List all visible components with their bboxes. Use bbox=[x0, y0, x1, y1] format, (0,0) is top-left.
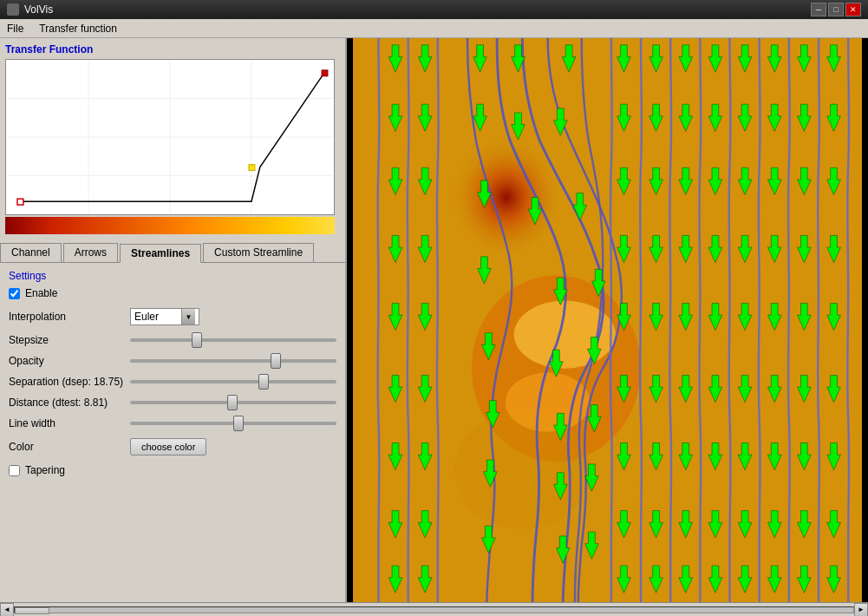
tab-streamlines[interactable]: Streamlines bbox=[120, 244, 201, 263]
interpolation-select[interactable]: Euler ▼ bbox=[130, 308, 199, 325]
settings-panel: Settings Enable Interpolation Euler ▼ bbox=[0, 263, 345, 602]
linewidth-control bbox=[130, 422, 336, 425]
titlebar-left: VolVis bbox=[7, 3, 53, 16]
scroll-thumb[interactable] bbox=[15, 607, 49, 614]
tapering-label: Tapering bbox=[25, 464, 65, 476]
interpolation-dropdown-arrow[interactable]: ▼ bbox=[181, 309, 195, 324]
menu-transfer-function[interactable]: Transfer function bbox=[36, 21, 121, 36]
tf-canvas-container[interactable] bbox=[5, 59, 335, 215]
opacity-control bbox=[130, 359, 336, 363]
svg-rect-8 bbox=[249, 165, 255, 171]
tf-section: Transfer Function bbox=[0, 38, 345, 239]
svg-rect-9 bbox=[322, 70, 328, 76]
tf-graph[interactable] bbox=[6, 60, 334, 214]
settings-title: Settings bbox=[9, 270, 336, 282]
tf-title: Transfer Function bbox=[5, 43, 340, 56]
separation-row: Separation (dsep: 18.75) bbox=[9, 376, 336, 388]
stepsize-control bbox=[130, 338, 336, 342]
titlebar-title: VolVis bbox=[24, 3, 53, 16]
svg-point-16 bbox=[506, 373, 591, 432]
opacity-label: Opacity bbox=[9, 355, 130, 367]
app-container: File Transfer function Transfer Function bbox=[0, 19, 868, 616]
maximize-button[interactable]: □ bbox=[828, 3, 844, 16]
distance-thumb[interactable] bbox=[227, 395, 238, 410]
interpolation-label: Interpolation bbox=[9, 311, 130, 323]
enable-label: Enable bbox=[25, 287, 57, 299]
interpolation-value: Euler bbox=[134, 311, 181, 323]
distance-control bbox=[130, 401, 336, 404]
stepsize-track bbox=[130, 338, 336, 342]
opacity-row: Opacity bbox=[9, 355, 336, 367]
right-panel bbox=[347, 38, 868, 602]
separation-track bbox=[130, 380, 336, 383]
separation-control bbox=[130, 380, 336, 383]
minimize-button[interactable]: ─ bbox=[811, 3, 826, 16]
linewidth-track bbox=[130, 422, 336, 425]
color-control: choose color bbox=[130, 438, 336, 455]
svg-rect-7 bbox=[17, 199, 23, 205]
tab-custom-streamline[interactable]: Custom Streamline bbox=[203, 243, 314, 262]
bottom-scrollbar: ◄ ► bbox=[0, 602, 868, 616]
stepsize-thumb[interactable] bbox=[192, 332, 202, 348]
separation-thumb[interactable] bbox=[258, 374, 269, 390]
distance-row: Distance (dtest: 8.81) bbox=[9, 396, 336, 409]
distance-track bbox=[130, 401, 336, 404]
color-label: Color bbox=[9, 441, 130, 453]
menu-file[interactable]: File bbox=[3, 21, 27, 36]
opacity-thumb[interactable] bbox=[271, 353, 281, 369]
tapering-row: Tapering bbox=[9, 464, 336, 476]
enable-row: Enable bbox=[9, 287, 336, 299]
interpolation-row: Interpolation Euler ▼ bbox=[9, 308, 336, 325]
linewidth-row: Line width bbox=[9, 417, 336, 429]
tab-channel[interactable]: Channel bbox=[0, 243, 62, 262]
tapering-checkbox[interactable] bbox=[9, 465, 20, 476]
menubar: File Transfer function bbox=[0, 19, 868, 38]
tab-arrows[interactable]: Arrows bbox=[63, 243, 118, 262]
scroll-left-button[interactable]: ◄ bbox=[0, 603, 14, 617]
tabs-bar: Channel Arrows Streamlines Custom Stream… bbox=[0, 243, 345, 263]
stepsize-label: Stepsize bbox=[9, 334, 130, 346]
linewidth-label: Line width bbox=[9, 417, 130, 429]
colorbar bbox=[5, 217, 335, 234]
choose-color-button[interactable]: choose color bbox=[130, 438, 206, 455]
opacity-track bbox=[130, 359, 336, 363]
distance-label: Distance (dtest: 8.81) bbox=[9, 396, 130, 409]
separation-label: Separation (dsep: 18.75) bbox=[9, 376, 130, 388]
enable-checkbox[interactable] bbox=[9, 288, 20, 299]
left-panel: Transfer Function bbox=[0, 38, 347, 602]
stepsize-row: Stepsize bbox=[9, 334, 336, 346]
close-button[interactable]: ✕ bbox=[845, 3, 861, 16]
app-icon bbox=[7, 3, 19, 16]
titlebar: VolVis ─ □ ✕ bbox=[0, 0, 868, 19]
titlebar-buttons: ─ □ ✕ bbox=[811, 3, 861, 16]
content-area: Transfer Function bbox=[0, 38, 868, 602]
interpolation-control: Euler ▼ bbox=[130, 308, 336, 325]
color-row: Color choose color bbox=[9, 438, 336, 455]
visualization-canvas bbox=[347, 38, 868, 602]
scroll-right-button[interactable]: ► bbox=[854, 603, 868, 617]
linewidth-thumb[interactable] bbox=[233, 416, 244, 431]
scroll-track[interactable] bbox=[14, 606, 854, 613]
